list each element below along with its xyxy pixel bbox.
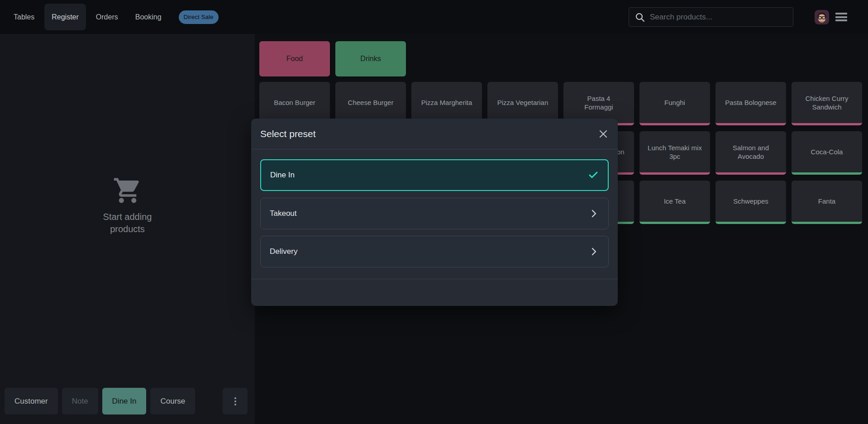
nav-item-tables[interactable]: Tables — [6, 4, 42, 30]
product-tile-lunch-temaki-mix-3pc[interactable]: Lunch Temaki mix 3pc — [639, 131, 710, 175]
preset-option-delivery[interactable]: Delivery — [260, 236, 609, 267]
product-tile-label: Schweppes — [733, 197, 768, 205]
cart-empty-state: Start adding products — [0, 176, 255, 235]
action-button-course[interactable]: Course — [150, 388, 195, 414]
product-tile-label: Pasta 4 Formaggi — [584, 94, 613, 111]
cart-actions: CustomerNoteDine InCourse — [5, 388, 248, 414]
product-tile-label: Salmon and Avocado — [721, 143, 781, 161]
chevron-right-icon — [588, 208, 599, 219]
shopping-cart-icon — [113, 176, 143, 205]
top-bar: TablesRegisterOrdersBooking Direct Sale — [0, 0, 868, 34]
chevron-right-icon — [588, 246, 599, 257]
cart-empty-text: Start adding products — [94, 211, 162, 235]
product-tile-label: Pasta Bolognese — [725, 98, 776, 107]
product-tile-label: Cheese Burger — [348, 98, 394, 107]
product-tile-chicken-curry-sandwich[interactable]: Chicken Curry Sandwich — [792, 82, 862, 125]
search-input[interactable] — [650, 13, 781, 22]
search-icon — [634, 12, 645, 23]
product-tile-label: Lunch Temaki mix 3pc — [645, 143, 705, 161]
category-button-drinks[interactable]: Drinks — [335, 41, 406, 76]
product-tile-salmon-and-avocado[interactable]: Salmon and Avocado — [715, 131, 786, 175]
product-tile-coca-cola[interactable]: Coca-Cola — [792, 131, 862, 175]
main-nav: TablesRegisterOrdersBooking — [6, 4, 172, 30]
product-tile-label: Bacon Burger — [274, 98, 315, 107]
select-preset-modal: Select preset Dine InTakeoutDelivery — [251, 119, 618, 306]
action-button-note[interactable]: Note — [62, 388, 98, 414]
modal-title: Select preset — [260, 129, 316, 139]
preset-option-label: Takeout — [270, 209, 297, 218]
nav-item-register[interactable]: Register — [44, 4, 86, 30]
preset-option-list: Dine InTakeoutDelivery — [251, 149, 618, 279]
preset-option-label: Delivery — [270, 247, 297, 256]
action-button-customer[interactable]: Customer — [5, 388, 58, 414]
preset-option-dine-in[interactable]: Dine In — [260, 159, 609, 191]
nav-item-booking[interactable]: Booking — [128, 4, 169, 30]
product-tile-label: Pizza Margherita — [421, 98, 472, 107]
category-button-food[interactable]: Food — [259, 41, 330, 76]
preset-option-label: Dine In — [270, 171, 295, 180]
product-tile-label: Pizza Vegetarian — [497, 98, 548, 107]
product-tile-label: Chicken Curry Sandwich — [797, 94, 857, 111]
close-icon[interactable] — [597, 128, 610, 140]
product-tile-pasta-bolognese[interactable]: Pasta Bolognese — [715, 82, 786, 125]
product-tile-fanta[interactable]: Fanta — [792, 181, 862, 224]
product-tile-label: Fanta — [818, 197, 835, 205]
cart-panel: Start adding products CustomerNoteDine I… — [0, 34, 255, 424]
user-avatar[interactable] — [815, 10, 829, 24]
kebab-menu-icon[interactable] — [223, 388, 248, 414]
action-button-dine-in[interactable]: Dine In — [102, 388, 147, 414]
nav-item-orders[interactable]: Orders — [89, 4, 125, 30]
preset-option-takeout[interactable]: Takeout — [260, 198, 609, 229]
direct-sale-badge[interactable]: Direct Sale — [179, 10, 219, 24]
modal-footer — [251, 279, 618, 306]
hamburger-menu-icon[interactable] — [835, 10, 847, 24]
product-tile-label: Ice Tea — [664, 197, 686, 205]
product-tile-label: on — [617, 148, 625, 156]
product-tile-label: Funghi — [664, 98, 685, 107]
check-icon — [588, 170, 599, 181]
product-tile-schweppes[interactable]: Schweppes — [715, 181, 786, 224]
search-box — [629, 7, 793, 27]
modal-header: Select preset — [251, 119, 618, 149]
product-tile-funghi[interactable]: Funghi — [639, 82, 710, 125]
product-tile-ice-tea[interactable]: Ice Tea — [639, 181, 710, 224]
product-tile-label: Coca-Cola — [811, 148, 843, 156]
